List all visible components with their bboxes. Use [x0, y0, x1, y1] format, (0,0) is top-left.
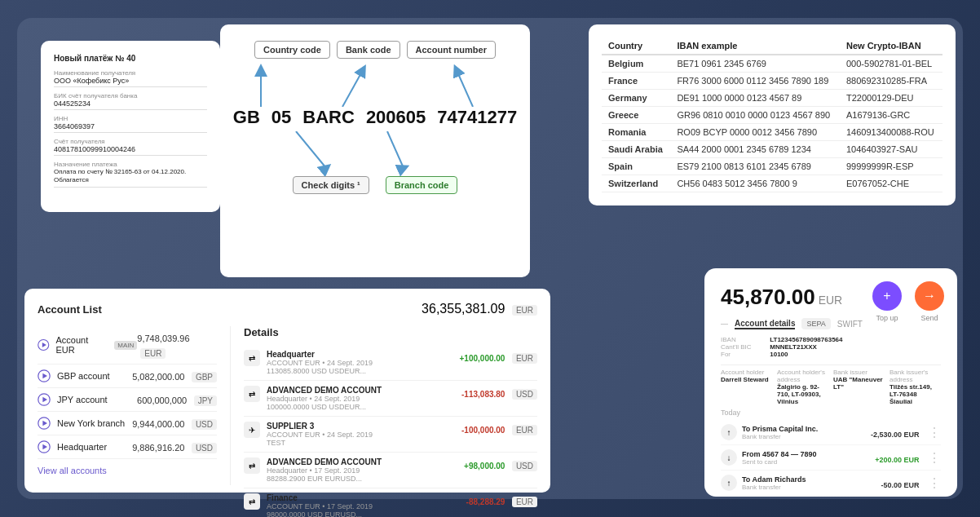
crypto-info-grid: IBAN Cant'll BIC For LT12345678909876356… — [721, 336, 941, 358]
account-amount: 9,886,916.20 USD — [132, 440, 217, 454]
account-name: GBP account — [57, 371, 110, 381]
crypto-tx-type: Sent to card — [742, 458, 817, 466]
accounts-panel: Account List 36,355,381.09 EUR Account E… — [24, 289, 550, 493]
transaction-name: Headquarter — [267, 350, 453, 359]
transaction-sub2: 88288.2900 EUR EURUSD... — [267, 475, 457, 483]
more-icon[interactable]: ⋮ — [928, 476, 941, 490]
topup-button[interactable]: + Top up — [872, 281, 902, 322]
transaction-amount: +100,000.00 — [460, 354, 505, 363]
transaction-sub2: 98000.0000 USD EURUSD... — [267, 510, 460, 517]
accounts-total: 36,355,381.09 EUR — [422, 302, 537, 316]
iban-table: Country IBAN example New Crypto-IBAN Bel… — [602, 38, 942, 192]
table-row: France FR76 3000 6000 0112 3456 7890 189… — [602, 73, 942, 90]
account-name: Account EUR — [56, 335, 105, 355]
play-icon — [38, 417, 51, 430]
svg-marker-8 — [42, 373, 47, 378]
svg-line-2 — [457, 70, 473, 107]
table-cell-crypto: 99999999R-ESP — [840, 158, 942, 175]
table-cell-iban: FR76 3000 6000 0112 3456 7890 189 — [670, 73, 840, 90]
transaction-currency: EUR — [512, 497, 537, 507]
account-amount: 9,748,039.96 EUR — [137, 330, 217, 360]
view-all-link[interactable]: View all accounts — [38, 466, 217, 475]
table-row: Greece GR96 0810 0010 0000 0123 4567 890… — [602, 107, 942, 124]
main-container: Новый платёж № 40 Наименование получател… — [17, 18, 963, 499]
account-list-item[interactable]: GBP account 5,082,000.00 GBP — [38, 365, 217, 388]
send-icon: → — [915, 281, 944, 311]
svg-line-4 — [387, 131, 404, 168]
table-cell-crypto: 1460913400088-ROU — [840, 124, 942, 141]
send-button[interactable]: → Send — [915, 281, 944, 322]
table-cell-iban: RO09 BCYP 0000 0012 3456 7890 — [670, 124, 840, 141]
tab-account-details[interactable]: Account details — [735, 319, 795, 329]
accounts-list: Account EUR MAIN 9,748,039.96 EUR GBP ac… — [38, 326, 217, 485]
crypto-tx-icon: ↑ — [721, 424, 737, 440]
transaction-sub: Headquarter • 17 Sept. 2019 — [267, 466, 457, 475]
svg-line-3 — [296, 131, 326, 168]
accounts-title: Account List — [38, 303, 102, 316]
crypto-transaction-item: ↑ To Prisma Capital Inc. Bank transfer -… — [721, 420, 941, 445]
transaction-icon: ⇄ — [244, 350, 260, 366]
table-cell-country: Belgium — [602, 55, 670, 73]
table-cell-iban: CH56 0483 5012 3456 7800 9 — [670, 175, 840, 192]
topup-label: Top up — [876, 314, 898, 322]
transaction-amount: +98,000.00 — [464, 462, 505, 471]
account-list-item[interactable]: New York branch 9,944,000.00 USD — [38, 412, 217, 435]
crypto-currency: EUR — [819, 294, 843, 307]
detail-transaction-item: ⇄ Headquarter ACCOUNT EUR • 24 Sept. 201… — [244, 345, 537, 381]
account-list-item[interactable]: Headquarter 9,886,916.20 USD — [38, 435, 217, 459]
transaction-currency: USD — [512, 389, 537, 400]
account-list-item[interactable]: JPY account 600,000,000 JPY — [38, 388, 217, 412]
transaction-sub: ACCOUNT EUR • 24 Sept. 2019 — [267, 431, 455, 439]
play-icon — [38, 393, 51, 406]
table-row: Saudi Arabia SA44 2000 0001 2345 6789 12… — [602, 141, 942, 158]
table-cell-iban: SA44 2000 0001 2345 6789 1234 — [670, 141, 840, 158]
branch-code-label: Branch code — [386, 176, 458, 194]
transaction-currency: EUR — [512, 425, 537, 435]
table-cell-country: Germany — [602, 90, 670, 107]
transaction-name: ADVANCED DEMO ACCOUNT — [267, 457, 457, 466]
transaction-sub2: TEST — [267, 439, 455, 447]
table-cell-country: Spain — [602, 158, 670, 175]
crypto-app-panel: 45,870.00 EUR + Top up → Send — Account … — [704, 268, 957, 497]
svg-marker-6 — [42, 342, 46, 347]
transaction-sub2: 113085.8000 USD USDEUR... — [267, 367, 453, 375]
account-name: Headquarter — [57, 442, 107, 452]
iban-country: GB — [233, 107, 260, 128]
table-cell-crypto: 1046403927-SAU — [840, 141, 942, 158]
more-icon[interactable]: ⋮ — [928, 451, 941, 465]
table-cell-crypto: 000-5902781-01-BEL — [840, 55, 942, 73]
table-cell-country: France — [602, 73, 670, 90]
tab-swift[interactable]: SWIFT — [837, 320, 863, 329]
russian-form-panel: Новый платёж № 40 Наименование получател… — [41, 41, 220, 212]
crypto-tx-name: From 4567 84 — 7890 — [742, 450, 817, 458]
transaction-icon: ⇄ — [244, 493, 260, 510]
transaction-sub2: 100000.0000 USD USDEUR... — [267, 403, 455, 411]
svg-marker-10 — [42, 397, 47, 402]
table-row: Romania RO09 BCYP 0000 0012 3456 7890 14… — [602, 124, 942, 141]
more-icon[interactable]: ⋮ — [928, 426, 941, 440]
play-icon — [38, 338, 50, 351]
details-panel: Details ⇄ Headquarter ACCOUNT EUR • 24 S… — [244, 326, 537, 485]
play-icon — [38, 440, 51, 453]
crypto-transaction-item: ↑ To Adam Richards Bank transfer -50.00 … — [721, 471, 941, 496]
table-header-iban: IBAN example — [670, 38, 840, 55]
iban-check: 05 — [271, 107, 291, 128]
table-row: Belgium BE71 0961 2345 6769 000-5902781-… — [602, 55, 942, 73]
transaction-icon: ✈ — [244, 422, 260, 438]
check-digits-label: Check digits ¹ — [293, 176, 369, 194]
crypto-transaction-item: ↓ From 4567 84 — 7890 Sent to card +200.… — [721, 445, 941, 471]
account-amount: 600,000,000 JPY — [137, 392, 217, 407]
table-row: Spain ES79 2100 0813 6101 2345 6789 9999… — [602, 158, 942, 175]
country-code-label: Country code — [254, 41, 330, 59]
transaction-amount: -100,000.00 — [461, 426, 505, 435]
account-name: New York branch — [57, 418, 125, 428]
account-list-item[interactable]: Account EUR MAIN 9,748,039.96 EUR — [38, 326, 217, 365]
table-cell-country: Romania — [602, 124, 670, 141]
transaction-currency: EUR — [512, 353, 537, 364]
transaction-name: ADVANCED DEMO ACCOUNT — [267, 386, 455, 395]
detail-transaction-item: ⇄ ADVANCED DEMO ACCOUNT Headquarter • 17… — [244, 453, 537, 488]
crypto-tx-icon: ↓ — [721, 449, 737, 466]
table-cell-iban: ES79 2100 0813 6101 2345 6789 — [670, 158, 840, 175]
table-cell-iban: DE91 1000 0000 0123 4567 89 — [670, 90, 840, 107]
table-cell-country: Saudi Arabia — [602, 141, 670, 158]
